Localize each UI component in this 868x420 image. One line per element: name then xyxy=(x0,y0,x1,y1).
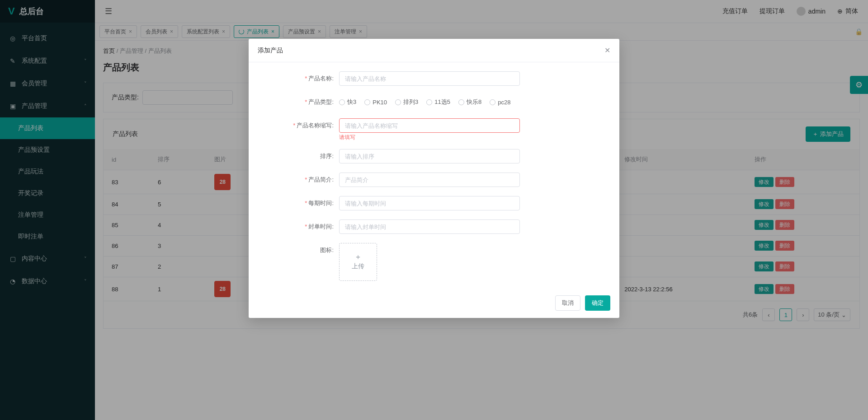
radio-icon xyxy=(426,99,432,105)
confirm-button[interactable]: 确定 xyxy=(585,295,610,311)
cancel-button[interactable]: 取消 xyxy=(555,295,580,311)
product-abbr-input[interactable] xyxy=(339,118,520,133)
icon-upload[interactable]: ＋ 上传 xyxy=(339,243,377,281)
product-name-input[interactable] xyxy=(339,71,520,86)
period-input[interactable] xyxy=(339,196,520,210)
sort-input[interactable] xyxy=(339,149,520,163)
product-type-radio-4[interactable]: 快乐8 xyxy=(458,98,481,106)
close-time-input[interactable] xyxy=(339,219,520,234)
radio-icon xyxy=(490,99,495,105)
product-type-radio-3[interactable]: 11选5 xyxy=(426,98,450,106)
product-type-radio-group: 快3PK10排列311选5快乐8pc28 xyxy=(339,95,520,109)
radio-icon xyxy=(364,99,370,105)
plus-icon: ＋ xyxy=(354,253,362,261)
add-product-modal: 添加产品 ✕ *产品名称: *产品类型: 快3PK10排列311选5快乐8pc2… xyxy=(249,39,619,318)
abbr-error: 请填写 xyxy=(339,135,520,140)
radio-icon xyxy=(458,99,464,105)
modal-title: 添加产品 xyxy=(258,47,283,55)
product-type-radio-0[interactable]: 快3 xyxy=(339,98,356,106)
product-type-radio-1[interactable]: PK10 xyxy=(364,99,387,106)
product-type-radio-2[interactable]: 排列3 xyxy=(395,98,418,106)
brief-input[interactable] xyxy=(339,173,520,187)
radio-icon xyxy=(339,99,345,105)
radio-icon xyxy=(395,99,401,105)
close-icon[interactable]: ✕ xyxy=(604,46,610,55)
product-type-radio-5[interactable]: pc28 xyxy=(490,99,510,106)
